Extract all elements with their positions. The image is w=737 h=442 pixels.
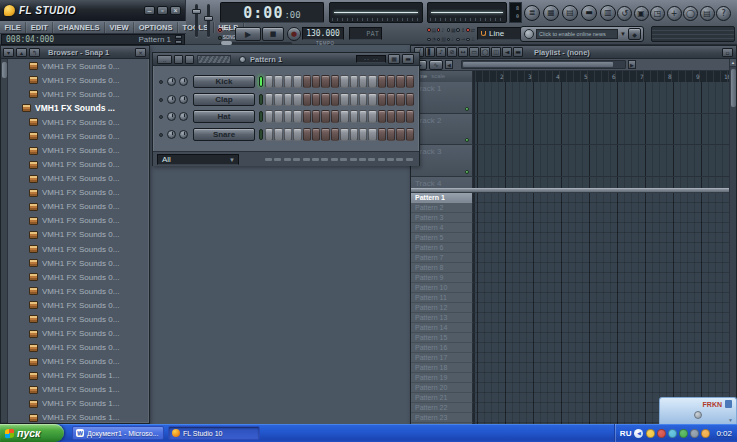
select-tool-icon[interactable]: ▭ (469, 47, 479, 57)
step-cell[interactable] (406, 110, 414, 123)
step-cell[interactable] (303, 110, 311, 123)
channel-select-led[interactable] (159, 80, 163, 84)
render-button[interactable]: ◳ (650, 6, 665, 21)
step-cell[interactable] (359, 110, 367, 123)
scroll-up-icon[interactable]: ▲ (730, 59, 736, 67)
menu-item-channels[interactable]: CHANNELS (53, 22, 105, 33)
zoom-tool-icon[interactable]: ◯ (480, 47, 490, 57)
step-cell[interactable] (406, 128, 414, 141)
play-button[interactable]: ▶ (235, 27, 261, 41)
widget-caret-icon[interactable]: ▼ (728, 417, 733, 423)
pattern-name[interactable]: Pattern 15 (411, 333, 473, 343)
step-cell[interactable] (265, 75, 273, 88)
channel-button[interactable]: Hat (193, 110, 255, 123)
messenger-icon[interactable] (668, 429, 677, 438)
step-cell[interactable] (312, 93, 320, 106)
pattern-grid-lane[interactable] (473, 253, 731, 263)
pattern-grid-lane[interactable] (473, 203, 731, 213)
pattern-grid-lane[interactable] (473, 293, 731, 303)
step-cell[interactable] (265, 128, 273, 141)
marker-tool-icon[interactable]: ▬ (513, 47, 523, 57)
metronome-toggle[interactable]: ♪ (437, 25, 447, 35)
menu-item-file[interactable]: FILE (0, 22, 26, 33)
cut-button[interactable]: + (667, 6, 682, 21)
taskbar-task[interactable]: FL Studio 10 (168, 426, 260, 440)
hint-knob[interactable] (524, 29, 534, 39)
browser-item[interactable]: VMH1 FX Sounds 0... (8, 115, 149, 129)
pattern-name[interactable]: Pattern 11 (411, 293, 473, 303)
mixer-toggle-button[interactable]: ▥ (600, 5, 616, 21)
channel-button[interactable]: Kick (193, 75, 255, 88)
step-cell[interactable] (321, 110, 329, 123)
pattern-grid-lane[interactable] (473, 193, 731, 203)
multilink-toggle[interactable]: ▥ (437, 35, 447, 45)
maximize-button[interactable]: ▫ (157, 6, 168, 15)
browser-item[interactable]: VMH1 FX Sounds 0... (8, 256, 149, 270)
browser-item[interactable]: VMH1 FX Sounds 0... (8, 87, 149, 101)
browser-item[interactable]: VMH1 FX Sounds 0... (8, 228, 149, 242)
pattern-grid-lane[interactable] (473, 373, 731, 383)
snap-tool-icon[interactable]: ◫ (491, 47, 501, 57)
browser-item[interactable]: VMH1 FX Sounds 1... (8, 411, 149, 423)
browser-item[interactable]: VMH1 FX Sounds 0... (8, 341, 149, 355)
step-cell[interactable] (368, 110, 376, 123)
pattern-grid-lane[interactable] (473, 283, 731, 293)
step-cell[interactable] (340, 110, 348, 123)
browser-item[interactable]: VMH1 FX Sounds 0... (8, 186, 149, 200)
countdown-toggle[interactable]: ↕ (456, 25, 466, 35)
playlist-vscrollbar[interactable]: ▲ (729, 59, 736, 423)
step-cell[interactable] (387, 128, 395, 141)
notification-widget[interactable]: FRKN ▼ (659, 397, 737, 424)
pattern-grid-lane[interactable] (473, 273, 731, 283)
language-indicator[interactable]: RU (620, 429, 632, 438)
minimize-button[interactable]: – (144, 6, 155, 15)
pattern-name[interactable]: Pattern 19 (411, 373, 473, 383)
tray-chevron-icon[interactable]: ◀ (634, 429, 643, 438)
pattern-grid-lane[interactable] (473, 383, 731, 393)
playback-tool-icon[interactable]: ◄ (502, 47, 512, 57)
rack-swing-display[interactable]: -- -- (356, 55, 386, 63)
track-grid-lane[interactable] (473, 145, 731, 177)
graph-editor-icon[interactable]: ▦ (388, 54, 400, 64)
volume-knob[interactable] (179, 130, 188, 139)
taskbar-task[interactable]: WДокумент1 - Microso... (72, 426, 164, 440)
step-cell[interactable] (387, 110, 395, 123)
start-button[interactable]: пуск (0, 424, 64, 442)
hint-text[interactable]: Click to enable online news (536, 29, 618, 39)
volume-knob[interactable] (179, 77, 188, 86)
menu-item-view[interactable]: VIEW (105, 22, 134, 33)
step-cell[interactable] (368, 128, 376, 141)
pan-knob[interactable] (167, 112, 176, 121)
step-cell[interactable] (359, 128, 367, 141)
step-cell[interactable] (265, 110, 273, 123)
step-cell[interactable] (340, 93, 348, 106)
step-cell[interactable] (378, 93, 386, 106)
pattern-name[interactable]: Pattern 20 (411, 383, 473, 393)
step-cell[interactable] (396, 110, 404, 123)
close-button[interactable]: × (170, 6, 181, 15)
pat-song-switch[interactable]: PAT SONG (218, 26, 236, 42)
browser-item[interactable]: VMH1 FX Sounds 0... (8, 242, 149, 256)
pattern-name[interactable]: Pattern 8 (411, 263, 473, 273)
rack-option1-icon[interactable] (174, 55, 183, 64)
track-grid-lane[interactable] (473, 114, 731, 146)
step-cell[interactable] (396, 75, 404, 88)
browser-item[interactable]: VMH1 FX Sounds 0... (8, 172, 149, 186)
paint-tool-icon[interactable]: ▌ (425, 47, 435, 57)
menu-item-options[interactable]: OPTIONS (134, 22, 178, 33)
keyboard-editor-icon[interactable]: ▬ (402, 54, 414, 64)
playlist-maximize-icon[interactable]: ▫ (722, 48, 733, 57)
rack-drag-handle[interactable] (197, 55, 231, 64)
step-cell[interactable] (340, 128, 348, 141)
browser-item[interactable]: VMH1 FX Sounds 0... (8, 73, 149, 87)
stop-button[interactable]: ■ (262, 27, 284, 41)
step-cell[interactable] (284, 93, 292, 106)
pattern-spinner[interactable] (175, 35, 182, 44)
pattern-grid-lane[interactable] (473, 323, 731, 333)
pattern-name[interactable]: Pattern 9 (411, 273, 473, 283)
browser-item[interactable]: VMH1 FX Sounds ... (8, 101, 149, 115)
pattern-grid-lane[interactable] (473, 213, 731, 223)
pattern-name[interactable]: Pattern 4 (411, 223, 473, 233)
pattern-grid-lane[interactable] (473, 223, 731, 233)
pattern-number-display[interactable]: PAT (349, 27, 382, 40)
